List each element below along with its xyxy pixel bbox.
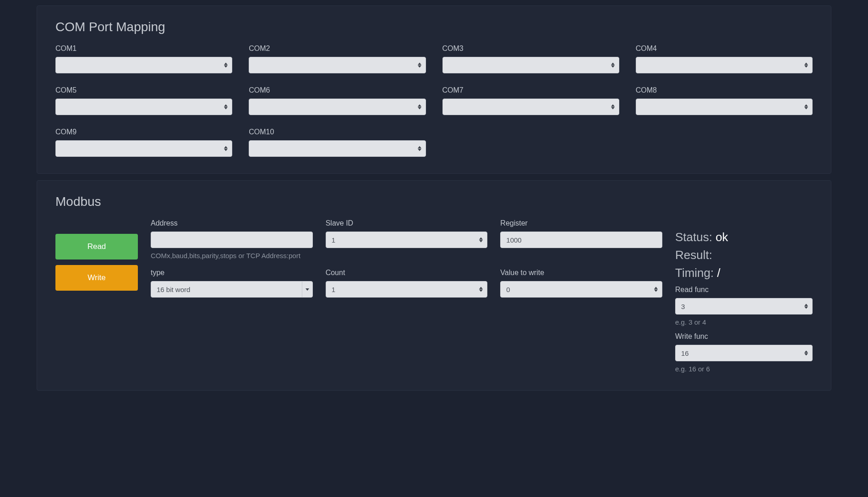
com-port-label: COM8: [636, 86, 813, 94]
com-grid: COM1COM2COM3COM4COM5COM6COM7COM8COM9COM1…: [55, 44, 813, 157]
status-value: ok: [715, 230, 728, 244]
com-port-group: COM4: [636, 44, 813, 73]
com-port-input[interactable]: [249, 99, 426, 115]
count-input[interactable]: [326, 281, 488, 298]
type-label: type: [151, 269, 313, 277]
write-func-label: Write func: [675, 332, 813, 341]
com-port-input[interactable]: [249, 57, 426, 73]
status-block: Status: ok Result: Timing: /: [675, 230, 813, 280]
com-port-label: COM3: [442, 44, 619, 53]
result-line: Result:: [675, 248, 813, 262]
address-input[interactable]: [151, 232, 313, 248]
com-mapping-title: COM Port Mapping: [55, 20, 813, 34]
register-input[interactable]: [500, 232, 662, 248]
address-label: Address: [151, 219, 313, 227]
com-port-label: COM4: [636, 44, 813, 53]
com-port-group: COM10: [249, 128, 426, 157]
address-hint: COMx,baud,bits,parity,stops or TCP Addre…: [151, 251, 313, 260]
com-port-mapping-card: COM Port Mapping COM1COM2COM3COM4COM5COM…: [37, 6, 831, 174]
status-line: Status: ok: [675, 230, 813, 244]
read-func-hint: e.g. 3 or 4: [675, 317, 813, 327]
read-func-label: Read func: [675, 286, 813, 294]
register-label: Register: [500, 219, 662, 227]
value-to-write-input[interactable]: [500, 281, 662, 298]
value-to-write-label: Value to write: [500, 269, 662, 277]
count-label: Count: [326, 269, 488, 277]
com-port-label: COM1: [55, 44, 232, 53]
read-func-input[interactable]: [675, 298, 813, 315]
com-port-input[interactable]: [636, 57, 813, 73]
write-func-input[interactable]: [675, 345, 813, 361]
com-port-label: COM7: [442, 86, 619, 94]
slave-id-input[interactable]: [326, 232, 488, 248]
slave-id-label: Slave ID: [326, 219, 488, 227]
type-select[interactable]: [151, 281, 313, 298]
com-port-group: COM1: [55, 44, 232, 73]
read-button[interactable]: Read: [55, 234, 138, 260]
com-port-group: COM6: [249, 86, 426, 115]
modbus-title: Modbus: [55, 194, 813, 209]
com-port-group: COM7: [442, 86, 619, 115]
com-port-label: COM6: [249, 86, 426, 94]
com-port-input[interactable]: [55, 140, 232, 157]
com-port-label: COM10: [249, 128, 426, 136]
com-port-input[interactable]: [442, 99, 619, 115]
write-button[interactable]: Write: [55, 265, 138, 291]
com-port-group: COM3: [442, 44, 619, 73]
write-func-hint: e.g. 16 or 6: [675, 364, 813, 374]
com-port-input[interactable]: [55, 99, 232, 115]
com-port-label: COM2: [249, 44, 426, 53]
com-port-input[interactable]: [249, 140, 426, 157]
com-port-label: COM9: [55, 128, 232, 136]
com-port-group: COM2: [249, 44, 426, 73]
com-port-input[interactable]: [442, 57, 619, 73]
com-port-group: COM9: [55, 128, 232, 157]
timing-line: Timing: /: [675, 266, 813, 280]
com-port-group: COM5: [55, 86, 232, 115]
com-port-group: COM8: [636, 86, 813, 115]
modbus-card: Modbus Read Write Address COMx,baud,bits…: [37, 180, 831, 391]
timing-value: /: [717, 266, 720, 280]
com-port-label: COM5: [55, 86, 232, 94]
com-port-input[interactable]: [636, 99, 813, 115]
com-port-input[interactable]: [55, 57, 232, 73]
